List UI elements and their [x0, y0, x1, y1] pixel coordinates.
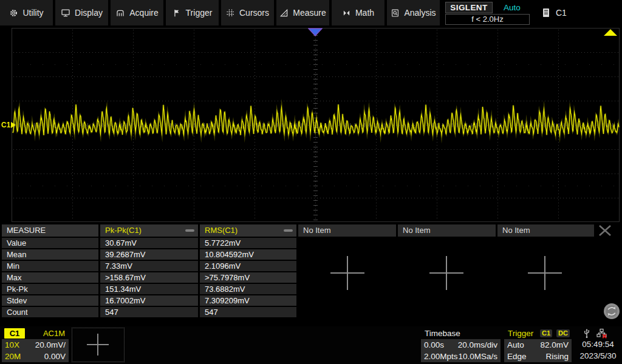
- stat-value-rms: 2.1096mV: [200, 261, 296, 271]
- vertical-scale: 20.0mV/: [35, 339, 66, 351]
- measure-column-pkpk[interactable]: Pk-Pk(C1): [100, 224, 198, 237]
- stat-value-rms: 10.804592mV: [200, 249, 296, 260]
- trigger-settings: Auto 82.0mV Edge Rising: [504, 339, 572, 362]
- stat-value-pkpk: 7.33mV: [100, 261, 198, 271]
- channel-ground-label: C1: [1, 121, 10, 129]
- menu-cursors[interactable]: Cursors: [221, 0, 274, 25]
- menu-measure[interactable]: Measure: [276, 0, 329, 25]
- trigger-flag-icon: [173, 8, 182, 18]
- table-row: Value 30.67mV 5.7722mV: [2, 238, 622, 248]
- stat-label: Stdev: [2, 295, 98, 306]
- measure-column-rms[interactable]: RMS(C1): [200, 224, 296, 237]
- menu-display-label: Display: [75, 8, 103, 18]
- menu-trigger-label: Trigger: [186, 8, 213, 18]
- measure-icon: [279, 8, 289, 18]
- trigger-type: Edge: [507, 351, 527, 362]
- stat-value-pkpk: 151.34mV: [100, 284, 198, 294]
- menu-trigger[interactable]: Trigger: [166, 0, 219, 25]
- remove-measurement-icon[interactable]: [284, 229, 293, 232]
- oscilloscope-screen: Utility Display Acquire Trigger: [0, 0, 622, 364]
- stat-value-pkpk: 30.67mV: [100, 238, 198, 248]
- waveform-display[interactable]: [0, 28, 622, 222]
- probe-attenuation: 10X: [5, 339, 19, 351]
- menu-display[interactable]: Display: [55, 0, 108, 25]
- menu-math-label: Math: [355, 8, 374, 18]
- table-row: Stdev 16.7002mV 7.309209mV: [2, 295, 622, 306]
- stat-label: Pk-Pk: [2, 284, 98, 294]
- menu-acquire[interactable]: Acquire: [111, 0, 163, 25]
- add-channel-plus-icon: [87, 334, 109, 356]
- acquisition-status: Auto: [494, 2, 530, 13]
- measure-source-indicator[interactable]: C1: [542, 0, 567, 25]
- menu-utility[interactable]: Utility: [0, 0, 53, 25]
- gesture-wheel-button[interactable]: [603, 303, 620, 320]
- menu-analysis-label: Analysis: [404, 8, 436, 18]
- table-row: Count 547 547: [2, 307, 622, 317]
- channel-1-settings: 10X 20.0mV/ 20M 0.00V: [2, 339, 69, 362]
- system-status: 05:49:54 2023/5/30: [574, 326, 622, 364]
- timebase-settings: 0.00s 20.0ms/div 2.00Mpts 10.0MSa/s: [421, 339, 501, 362]
- stat-label: Max: [2, 272, 98, 283]
- clock-time: 05:49:54: [574, 340, 622, 349]
- menu-analysis[interactable]: Analysis: [387, 0, 440, 25]
- trigger-frequency-readout: f < 2.0Hz: [445, 14, 530, 25]
- bandwidth-limit: 20M: [5, 351, 21, 362]
- stat-value-rms: 73.6882mV: [200, 284, 296, 294]
- add-channel-box[interactable]: [72, 328, 125, 362]
- vertical-offset: 0.00V: [44, 351, 66, 362]
- siglent-logo: SIGLENT: [445, 2, 493, 13]
- horizontal-scale: 20.0ms/div: [458, 339, 497, 351]
- menu-bar: Utility Display Acquire Trigger: [0, 0, 622, 25]
- menu-math[interactable]: Math: [332, 0, 384, 25]
- menu-cursors-label: Cursors: [239, 8, 269, 18]
- trigger-position-marker[interactable]: [308, 28, 323, 36]
- remove-measurement-icon[interactable]: [185, 229, 194, 232]
- menu-measure-label: Measure: [293, 8, 326, 18]
- stat-value-rms: >75.7978mV: [200, 272, 296, 283]
- channel-1-descriptor[interactable]: C1 AC1M 10X 20.0mV/ 20M 0.00V: [2, 328, 69, 362]
- brand-status-block: SIGLENT Auto f < 2.0Hz: [442, 0, 533, 25]
- sample-rate: 10.0MSa/s: [458, 351, 497, 362]
- measure-column-empty-2[interactable]: No Item: [398, 224, 496, 237]
- stat-value-pkpk: 16.7002mV: [100, 295, 198, 306]
- display-icon: [61, 8, 70, 18]
- stat-value-pkpk: 547: [100, 307, 198, 317]
- add-measurement-plus-icon[interactable]: [429, 256, 463, 290]
- measure-header-row: MEASURE Pk-Pk(C1) RMS(C1) No Item No Ite…: [2, 224, 622, 237]
- stat-label: Mean: [2, 249, 98, 260]
- memory-depth: 2.00Mpts: [424, 351, 458, 362]
- measure-column-rms-label: RMS(C1): [205, 224, 238, 237]
- add-measurement-plus-icon[interactable]: [330, 256, 364, 290]
- bottom-status-bar: C1 AC1M 10X 20.0mV/ 20M 0.00V Timebase: [0, 326, 622, 364]
- list-icon: [542, 8, 550, 18]
- measure-panel-title: MEASURE: [2, 224, 98, 237]
- channel-1-header: C1 AC1M: [2, 328, 69, 339]
- status-icons: [583, 328, 607, 339]
- close-measure-panel-button[interactable]: [596, 224, 614, 237]
- analysis-icon: [391, 8, 400, 18]
- add-measurement-plus-icon[interactable]: [528, 256, 562, 290]
- timebase-title: Timebase: [421, 328, 501, 339]
- measure-column-empty-3[interactable]: No Item: [497, 224, 594, 237]
- channel-1-badge[interactable]: C1: [4, 328, 25, 339]
- math-icon: [342, 8, 351, 18]
- menu-acquire-label: Acquire: [129, 8, 158, 18]
- channel-ground-marker[interactable]: C1: [1, 121, 16, 129]
- horizontal-delay: 0.00s: [424, 339, 444, 351]
- trigger-level-marker[interactable]: [604, 29, 617, 36]
- stat-value-pkpk: 39.2687mV: [100, 249, 198, 260]
- gear-icon: [9, 8, 18, 18]
- trigger-title: Trigger: [508, 328, 538, 339]
- trigger-level: 82.0mV: [540, 339, 569, 351]
- trigger-source-chip: C1: [540, 329, 552, 337]
- right-arrow-icon: [11, 122, 16, 128]
- stat-label: Min: [2, 261, 98, 271]
- trigger-descriptor[interactable]: Trigger C1 DC Auto 82.0mV Edge Rising: [504, 328, 572, 362]
- measure-column-empty-1[interactable]: No Item: [298, 224, 396, 237]
- trigger-mode: Auto: [507, 339, 524, 351]
- measure-column-pkpk-label: Pk-Pk(C1): [105, 224, 142, 237]
- timebase-descriptor[interactable]: Timebase 0.00s 20.0ms/div 2.00Mpts 10.0M…: [421, 328, 501, 362]
- usb-icon: [583, 328, 591, 339]
- lan-disconnected-icon: [596, 328, 607, 339]
- stat-label: Value: [2, 238, 98, 248]
